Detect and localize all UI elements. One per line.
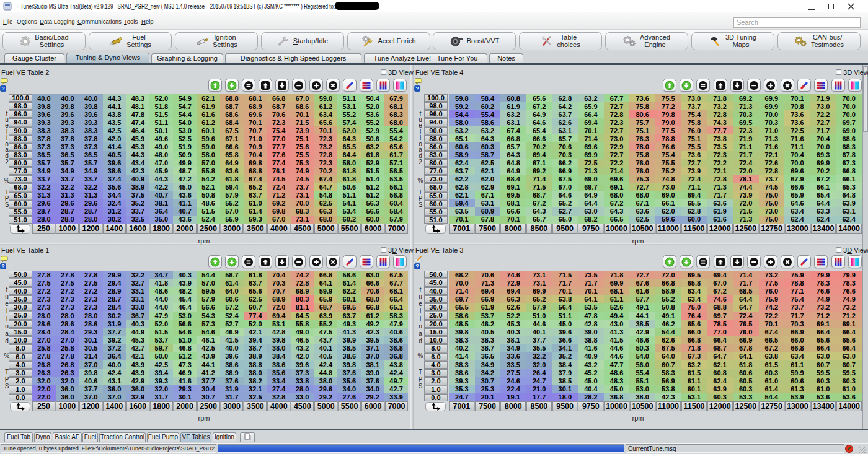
svg-text:?: ? bbox=[1, 85, 4, 92]
svg-text:?: ? bbox=[1, 263, 4, 269]
svg-text:?: ? bbox=[415, 85, 418, 92]
svg-text:?: ? bbox=[415, 263, 418, 269]
